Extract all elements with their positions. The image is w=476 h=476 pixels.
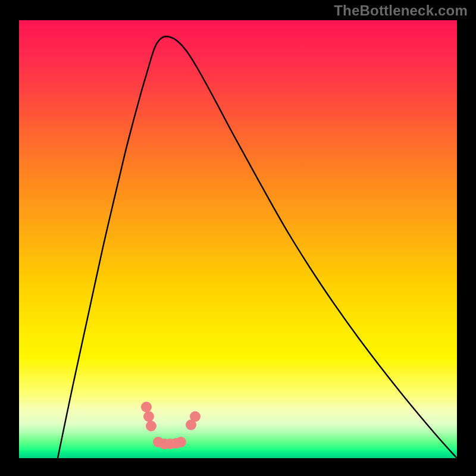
curve-line (58, 36, 457, 458)
watermark-text: TheBottleneck.com (334, 2, 468, 19)
highlight-dot (143, 411, 154, 422)
chart-frame: TheBottleneck.com (0, 0, 476, 476)
plot-area (19, 20, 457, 458)
highlight-dot (176, 437, 186, 447)
highlight-dot (141, 402, 152, 412)
highlight-dot (190, 411, 201, 422)
highlight-markers (141, 402, 201, 449)
chart-overlay (19, 20, 457, 458)
highlight-dot (146, 421, 156, 431)
